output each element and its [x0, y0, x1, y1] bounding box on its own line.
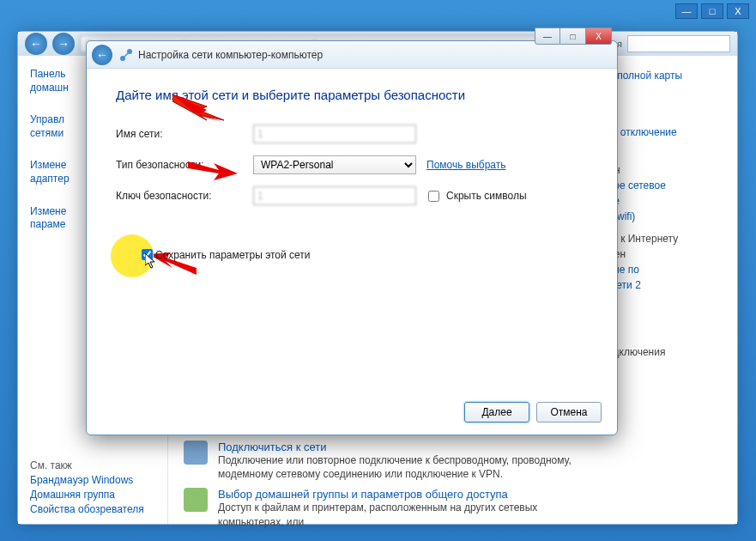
security-key-input[interactable]: [253, 186, 416, 205]
dialog-back-button[interactable]: ←: [92, 45, 112, 65]
dialog-titlebar: ← Настройка сети компьютер-компьютер: [87, 41, 617, 69]
next-button[interactable]: Далее: [464, 402, 529, 422]
svg-line-2: [124, 53, 128, 57]
connect-network-desc: Подключение или повторное подключение к …: [218, 453, 576, 481]
cancel-button[interactable]: Отмена: [536, 402, 602, 422]
dialog-maximize-button[interactable]: □: [560, 27, 586, 45]
wizard-dialog: — □ X ← Настройка сети компьютер-компьют…: [86, 40, 618, 435]
help-choose-link[interactable]: Помочь выбрать: [426, 159, 506, 171]
dialog-window-controls: — □ X: [535, 27, 612, 45]
network-name-label: Имя сети:: [116, 128, 253, 140]
homegroup-title: Выбор домашней группы и параметров общег…: [218, 488, 576, 501]
see-also: См. такж Брандмауэр Windows Домашняя гру…: [30, 457, 144, 515]
dialog-minimize-button[interactable]: —: [535, 27, 560, 45]
network-adhoc-icon: [119, 48, 133, 62]
security-key-label: Ключ безопасности:: [116, 190, 253, 202]
cursor-icon: [145, 253, 159, 271]
hide-chars-checkbox[interactable]: [428, 191, 439, 202]
link-internet-options[interactable]: Свойства обозревателя: [30, 503, 144, 515]
outer-maximize-button[interactable]: □: [701, 3, 723, 19]
save-network-row: Сохранить параметры этой сети: [116, 246, 588, 263]
dialog-title: Настройка сети компьютер-компьютер: [138, 49, 612, 61]
dialog-close-button[interactable]: X: [586, 27, 612, 45]
link-homegroup[interactable]: Домашняя группа: [30, 489, 144, 501]
outer-window-controls: — □ X: [675, 3, 749, 19]
network-icon: [184, 441, 208, 465]
nav-back-button[interactable]: ←: [25, 33, 47, 55]
connect-network-item[interactable]: Подключиться к сети Подключение или повт…: [184, 441, 576, 481]
search-input[interactable]: [627, 35, 730, 52]
network-name-input[interactable]: [253, 125, 416, 143]
hide-chars-label: Скрыть символы: [446, 190, 527, 202]
dialog-footer: Далее Отмена: [464, 402, 602, 422]
arrow-annotation-1: [172, 94, 224, 125]
homegroup-item[interactable]: Выбор домашней группы и параметров общег…: [184, 488, 576, 528]
outer-minimize-button[interactable]: —: [675, 3, 698, 19]
arrow-annotation-2: [188, 155, 239, 185]
outer-close-button[interactable]: X: [727, 3, 749, 19]
save-network-label: Сохранить параметры этой сети: [155, 249, 311, 261]
connect-network-title: Подключиться к сети: [218, 441, 576, 453]
link-firewall[interactable]: Брандмауэр Windows: [30, 474, 144, 486]
nav-forward-button[interactable]: →: [52, 33, 75, 55]
homegroup-icon: [184, 488, 208, 512]
see-also-header: См. такж: [30, 459, 144, 471]
security-type-select[interactable]: WPA2-Personal: [253, 155, 416, 174]
homegroup-desc: Доступ к файлам и принтерам, расположенн…: [218, 501, 576, 528]
